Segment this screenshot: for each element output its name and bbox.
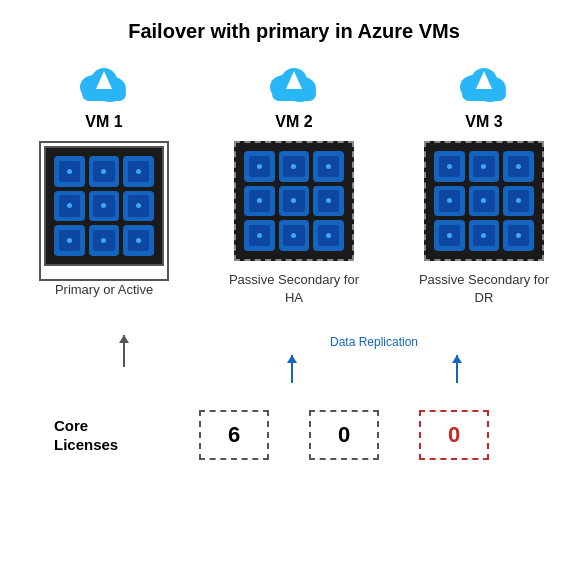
vm1-outer-border	[39, 141, 169, 281]
chip	[434, 186, 465, 217]
licenses-label: CoreLicenses	[54, 416, 134, 455]
vm1-chip-grid	[44, 146, 164, 266]
cloud-icon-vm3	[454, 61, 514, 105]
chip	[279, 151, 310, 182]
vm2-label: VM 2	[275, 113, 312, 131]
chip	[503, 151, 534, 182]
svg-rect-3	[82, 87, 126, 101]
data-replication-label: Data Replication	[330, 335, 418, 349]
replication-arrow-vm2	[291, 355, 293, 383]
page-title: Failover with primary in Azure VMs	[128, 20, 460, 43]
vm1-arrow	[49, 335, 199, 367]
cloud-icon-vm2	[264, 61, 324, 105]
data-replication-group: Data Replication	[209, 335, 539, 383]
chip	[54, 191, 85, 222]
chip	[313, 220, 344, 251]
license-box-vm3: 0	[419, 410, 489, 460]
chip	[469, 186, 500, 217]
cloud-icon-vm1	[74, 61, 134, 105]
chip	[244, 151, 275, 182]
vms-row: VM 1 Primary or Active	[10, 61, 578, 331]
chip	[313, 151, 344, 182]
license-box-vm2: 0	[309, 410, 379, 460]
vm1-column: VM 1 Primary or Active	[29, 61, 179, 331]
chip	[123, 156, 154, 187]
vm1-label: VM 1	[85, 113, 122, 131]
vm3-description: Passive Secondary for DR	[409, 271, 559, 321]
chip	[469, 151, 500, 182]
replication-arrow-vm3	[456, 355, 458, 383]
license-boxes-row: 6 0 0	[154, 410, 534, 460]
chip	[54, 156, 85, 187]
svg-rect-15	[462, 87, 506, 101]
licenses-section: CoreLicenses 6 0 0	[54, 410, 534, 460]
chip	[279, 220, 310, 251]
chip	[244, 186, 275, 217]
chip	[503, 220, 534, 251]
license-box-vm1: 6	[199, 410, 269, 460]
main-content: VM 1 Primary or Active	[10, 61, 578, 460]
vm2-column: VM 2 Passive Secondary for HA	[219, 61, 369, 321]
chip	[89, 156, 120, 187]
chip	[313, 186, 344, 217]
chip	[89, 191, 120, 222]
chip	[89, 225, 120, 256]
vm3-chip-grid	[424, 141, 544, 261]
vm3-label: VM 3	[465, 113, 502, 131]
chip	[54, 225, 85, 256]
chip	[434, 151, 465, 182]
chip	[279, 186, 310, 217]
chip	[434, 220, 465, 251]
chip	[469, 220, 500, 251]
svg-rect-9	[272, 87, 316, 101]
vm2-chip-grid	[234, 141, 354, 261]
vm1-description: Primary or Active	[55, 281, 153, 331]
chip	[244, 220, 275, 251]
vm2-description: Passive Secondary for HA	[219, 271, 369, 321]
chip	[123, 191, 154, 222]
chip	[123, 225, 154, 256]
vm1-box-wrapper	[39, 141, 169, 281]
vm3-column: VM 3 Passive Secondary for DR	[409, 61, 559, 321]
chip	[503, 186, 534, 217]
